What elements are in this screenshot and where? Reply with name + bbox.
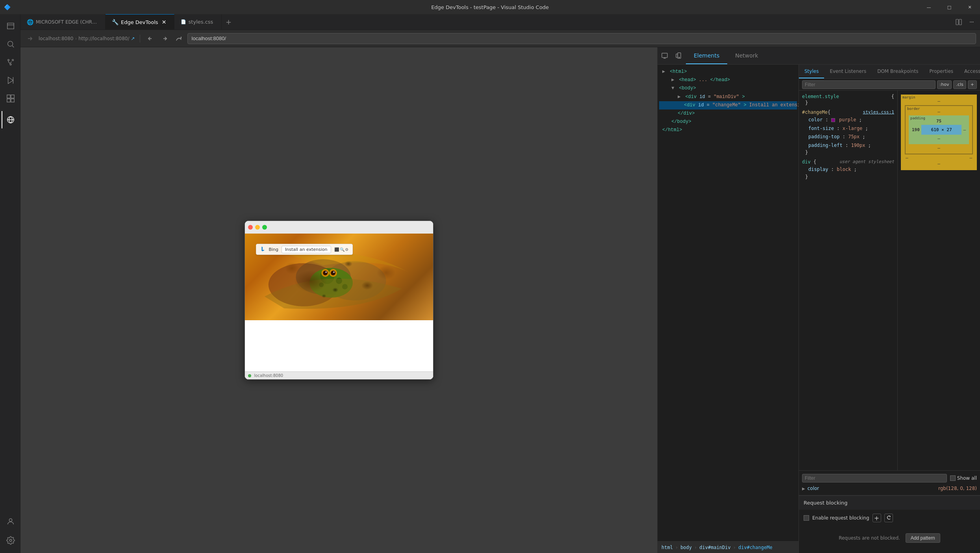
css-rule-div: div { user agent stylesheet display : bbox=[802, 159, 894, 180]
breadcrumb-path[interactable]: http://localhost:8080/ bbox=[78, 36, 129, 41]
add-style-button[interactable]: + bbox=[968, 80, 977, 89]
dom-arrow-body[interactable]: ▼ bbox=[671, 85, 676, 92]
breadcrumb-body[interactable]: body bbox=[680, 545, 693, 550]
svg-point-22 bbox=[323, 271, 328, 275]
refresh-button[interactable] bbox=[173, 33, 184, 44]
request-blocking-header[interactable]: Request blocking bbox=[799, 495, 980, 510]
svg-rect-13 bbox=[956, 19, 958, 25]
enable-request-blocking-row: Enable request blocking + bbox=[804, 514, 975, 522]
enable-rb-checkbox[interactable] bbox=[804, 515, 809, 521]
devtools-device-btn[interactable] bbox=[672, 47, 686, 64]
hov-filter-button[interactable]: :hov bbox=[937, 80, 952, 89]
breadcrumb-external-icon[interactable]: ↗ bbox=[131, 36, 135, 41]
address-bar: localhost:8080 › http://localhost:8080/ … bbox=[20, 30, 980, 47]
svg-point-19 bbox=[320, 268, 334, 284]
css-prop-display: display : block ; bbox=[802, 165, 894, 174]
cls-filter-button[interactable]: .cls bbox=[953, 80, 966, 89]
svg-point-3 bbox=[10, 64, 11, 65]
css-changeme-close: } bbox=[802, 150, 894, 155]
svg-point-2 bbox=[12, 59, 13, 61]
devtools-content: ▶ <html> ▶ <head> ... </head> bbox=[658, 65, 980, 553]
styles-main: element.style { } #changeMe bbox=[799, 91, 897, 470]
close-button[interactable]: ✕ bbox=[960, 0, 980, 14]
devtools-tab-network[interactable]: Network bbox=[727, 47, 766, 64]
browser-dot-green bbox=[262, 225, 267, 230]
activity-icon-run[interactable] bbox=[2, 72, 19, 89]
dom-arrow[interactable]: ▶ bbox=[662, 68, 667, 76]
back-button[interactable] bbox=[145, 33, 156, 44]
activity-icon-extensions[interactable] bbox=[2, 90, 19, 107]
css-close-brace: } bbox=[802, 100, 894, 106]
margin-bottom: — bbox=[937, 161, 940, 166]
show-all-label[interactable]: Show all bbox=[950, 475, 977, 481]
css-prop-font-size: font-size : x-large ; bbox=[802, 124, 894, 133]
padding-left-val: 190 bbox=[912, 127, 920, 132]
split-view-button[interactable] bbox=[953, 17, 964, 28]
styles-filter-input[interactable] bbox=[802, 80, 936, 89]
activity-icon-settings[interactable] bbox=[2, 532, 19, 549]
url-input[interactable] bbox=[187, 33, 976, 44]
breadcrumb-changeme[interactable]: div#changeMe bbox=[737, 545, 773, 550]
sub-tab-dom-breakpoints[interactable]: DOM Breakpoints bbox=[872, 65, 924, 78]
dom-line-maindiv[interactable]: ▶ <div id = "mainDiv" > bbox=[659, 93, 797, 101]
svg-point-18 bbox=[309, 268, 353, 298]
computed-filter-input[interactable] bbox=[802, 474, 947, 482]
dom-line-html[interactable]: ▶ <html> bbox=[659, 68, 797, 76]
svg-rect-32 bbox=[678, 53, 681, 58]
margin-left: — bbox=[906, 155, 908, 160]
sub-tab-accessibility[interactable]: Accessibility bbox=[959, 65, 980, 78]
dom-arrow-head[interactable]: ▶ bbox=[671, 76, 676, 84]
styles-sub-tabs: Styles Event Listeners DOM Breakpoints P… bbox=[799, 65, 980, 79]
forward-button[interactable] bbox=[159, 33, 170, 44]
rb-title: Request blocking bbox=[804, 500, 848, 506]
main-content: 🌐 MICROSOFT EDGE (CHROMIUM) TOO... 🔧 Edg… bbox=[20, 14, 980, 553]
not-blocked-row: Requests are not blocked. Add pattern bbox=[804, 527, 975, 549]
browser-white-content bbox=[245, 320, 433, 371]
box-model-border: border — padding 75 bbox=[905, 105, 973, 154]
not-blocked-text: Requests are not blocked. bbox=[839, 535, 900, 541]
css-selector-changeme: #changeMe { styles.css:1 bbox=[802, 109, 894, 115]
clear-patterns-button[interactable] bbox=[884, 514, 893, 522]
add-pattern-button[interactable]: Add pattern bbox=[906, 533, 940, 543]
dom-panel: ▶ <html> ▶ <head> ... </head> bbox=[658, 65, 799, 553]
tab-split-controls: ··· bbox=[950, 14, 980, 30]
devtools-tab-elements[interactable]: Elements bbox=[686, 47, 727, 64]
sub-tab-styles[interactable]: Styles bbox=[799, 65, 824, 78]
activity-icon-explorer[interactable] bbox=[2, 17, 19, 35]
sub-tab-properties[interactable]: Properties bbox=[924, 65, 959, 78]
more-options-button[interactable]: ··· bbox=[966, 17, 977, 28]
svg-point-11 bbox=[9, 519, 12, 521]
add-pattern-inline-button[interactable]: + bbox=[873, 514, 881, 522]
dom-line-head[interactable]: ▶ <head> ... </head> bbox=[659, 76, 797, 84]
breadcrumb-maindiv[interactable]: div#mainDiv bbox=[698, 545, 731, 550]
breadcrumb-html[interactable]: html bbox=[661, 545, 674, 550]
svg-point-21 bbox=[329, 269, 337, 277]
show-all-checkbox[interactable] bbox=[950, 475, 956, 481]
minimize-button[interactable]: — bbox=[919, 0, 939, 14]
tab-edge[interactable]: 🌐 MICROSOFT EDGE (CHROMIUM) TOO... bbox=[20, 14, 106, 30]
dom-line-closehtml[interactable]: </html> bbox=[659, 126, 797, 134]
tab-devtools-close[interactable]: ✕ bbox=[161, 19, 168, 26]
tab-devtools[interactable]: 🔧 Edge DevTools ✕ bbox=[106, 14, 174, 30]
svg-point-27 bbox=[319, 282, 324, 287]
new-tab-button[interactable]: + bbox=[222, 14, 236, 30]
tab-styles[interactable]: 📄 styles.css bbox=[174, 14, 222, 30]
dom-arrow-maindiv[interactable]: ▶ bbox=[678, 93, 682, 101]
computed-item-color[interactable]: ▶ color rgb(128, 0, 128) bbox=[802, 485, 977, 492]
maximize-button[interactable]: □ bbox=[939, 0, 960, 14]
padding-label-inner: padding bbox=[910, 116, 925, 120]
sub-tab-event-listeners[interactable]: Event Listeners bbox=[824, 65, 872, 78]
dom-line-changeme[interactable]: <div id = "changeMe" > Install an extens… bbox=[659, 101, 797, 109]
dom-line-body[interactable]: ▼ <body> bbox=[659, 84, 797, 93]
activity-icon-source-control[interactable] bbox=[2, 54, 19, 71]
activity-icon-edge[interactable] bbox=[2, 111, 19, 128]
devtools-icon-btn[interactable] bbox=[658, 47, 672, 64]
devtools-tab-icon: 🔧 bbox=[112, 19, 119, 25]
dom-line-closediv[interactable]: </div> bbox=[659, 109, 797, 118]
activity-icon-accounts[interactable] bbox=[2, 513, 19, 530]
dom-line-closebody[interactable]: </body> bbox=[659, 118, 797, 126]
user-agent-label: user agent stylesheet bbox=[839, 159, 894, 165]
css-source-styles[interactable]: styles.css:1 bbox=[863, 109, 894, 115]
breadcrumb-host[interactable]: localhost:8080 bbox=[39, 36, 73, 41]
activity-icon-search[interactable] bbox=[2, 35, 19, 53]
